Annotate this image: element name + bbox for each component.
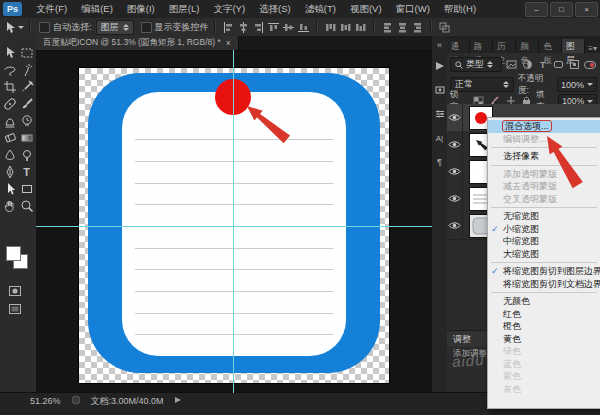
tool-preset-arrow-icon[interactable] xyxy=(18,26,24,29)
type-tool-icon[interactable]: T xyxy=(23,166,30,178)
menu-layer[interactable]: 图层(L) xyxy=(162,0,207,18)
menu-item-orange[interactable]: 橙色 xyxy=(488,320,600,333)
document-tab[interactable]: 百度贴吧ICON @ 51.3% (圆角矩形 1, RGB/8) * × xyxy=(36,36,239,50)
brush-tool-icon[interactable] xyxy=(20,97,34,111)
filter-adjustment-layers-icon[interactable] xyxy=(522,58,533,71)
tab-color[interactable]: 颜色 xyxy=(516,39,539,53)
menu-item-yellow[interactable]: 黄色 xyxy=(488,333,600,346)
distribute-vertical-centers-icon[interactable] xyxy=(339,21,352,34)
auto-align-layers-icon[interactable] xyxy=(438,21,451,34)
distribute-horizontal-centers-icon[interactable] xyxy=(396,21,409,34)
menu-edit[interactable]: 编辑(E) xyxy=(74,0,120,18)
align-left-edges-icon[interactable] xyxy=(222,21,235,34)
visibility-eye-icon[interactable] xyxy=(447,104,463,131)
align-vertical-centers-icon[interactable] xyxy=(282,21,295,34)
menu-help[interactable]: 帮助(H) xyxy=(437,0,483,18)
paragraph-panel-icon[interactable]: ¶ xyxy=(432,154,447,170)
horizontal-guide[interactable] xyxy=(36,226,432,227)
menu-item-no-color[interactable]: 无颜色 xyxy=(488,295,600,308)
clone-stamp-tool-icon[interactable] xyxy=(3,114,17,128)
menu-item-violet[interactable]: 紫色 xyxy=(488,370,600,383)
color-swatches[interactable] xyxy=(6,246,30,272)
gradient-tool-icon[interactable] xyxy=(20,131,34,145)
tab-layers[interactable]: 图层 xyxy=(562,39,585,53)
align-top-edges-icon[interactable] xyxy=(267,21,280,34)
align-right-edges-icon[interactable] xyxy=(252,21,265,34)
distribute-right-edges-icon[interactable] xyxy=(411,21,424,34)
menu-filter[interactable]: 滤镜(T) xyxy=(298,0,343,18)
layer-filter-kind-dropdown[interactable]: 类型 xyxy=(450,57,502,72)
screen-mode-icon[interactable] xyxy=(8,302,22,316)
menu-item-no-thumbnails[interactable]: 无缩览图 xyxy=(488,210,600,223)
show-transform-checkbox[interactable] xyxy=(141,22,152,33)
crop-tool-icon[interactable] xyxy=(3,80,17,94)
document-tab-close-icon[interactable]: × xyxy=(226,38,231,48)
quick-mask-icon[interactable] xyxy=(8,284,22,298)
menu-select[interactable]: 选择(S) xyxy=(252,0,298,18)
visibility-eye-icon[interactable] xyxy=(447,131,463,158)
menu-item-clip-thumbnails-to-layer-bounds[interactable]: ✓将缩览图剪切到图层边界 xyxy=(488,265,600,278)
eraser-tool-icon[interactable] xyxy=(3,131,17,145)
pasteboard[interactable] xyxy=(36,50,432,393)
panel-menu-icon[interactable]: ≡▾ xyxy=(585,44,600,53)
zoom-tool-icon[interactable] xyxy=(20,199,34,213)
dodge-tool-icon[interactable] xyxy=(20,148,34,162)
history-brush-tool-icon[interactable] xyxy=(20,114,34,128)
document-size-info[interactable]: 文档:3.00M/40.0M xyxy=(91,395,164,408)
menu-image[interactable]: 图像(I) xyxy=(120,0,162,18)
path-selection-tool-icon[interactable] xyxy=(3,182,17,196)
filter-smart-object-icon[interactable] xyxy=(569,58,580,71)
menu-window[interactable]: 窗口(W) xyxy=(389,0,437,18)
distribute-top-edges-icon[interactable] xyxy=(324,21,337,34)
menu-item-large-thumbnails[interactable]: 大缩览图 xyxy=(488,248,600,261)
tab-paths[interactable]: 路径 xyxy=(470,39,493,53)
menu-item-gray[interactable]: 灰色 xyxy=(488,383,600,396)
visibility-eye-icon[interactable] xyxy=(447,185,463,212)
visibility-eye-icon[interactable] xyxy=(447,212,463,239)
tab-history[interactable]: 历史 xyxy=(493,39,516,53)
blur-tool-icon[interactable] xyxy=(3,148,17,162)
filter-shape-layers-icon[interactable] xyxy=(553,58,564,71)
distribute-bottom-edges-icon[interactable] xyxy=(354,21,367,34)
minimize-button[interactable]: – xyxy=(525,2,548,17)
tab-swatches[interactable]: 色板 xyxy=(539,39,562,53)
visibility-eye-icon[interactable] xyxy=(447,158,463,185)
align-horizontal-centers-icon[interactable] xyxy=(237,21,250,34)
status-flyout-icon[interactable] xyxy=(174,396,182,406)
align-bottom-edges-icon[interactable] xyxy=(297,21,310,34)
filter-type-layers-icon[interactable]: T xyxy=(538,58,548,71)
auto-select-dropdown[interactable]: 图层 xyxy=(96,20,134,35)
menu-item-medium-thumbnails[interactable]: 中缩览图 xyxy=(488,235,600,248)
distribute-left-edges-icon[interactable] xyxy=(381,21,394,34)
pen-tool-icon[interactable] xyxy=(3,165,17,179)
menu-item-blue[interactable]: 蓝色 xyxy=(488,358,600,371)
close-button[interactable]: × xyxy=(575,2,598,17)
properties-panel-icon[interactable] xyxy=(432,58,447,74)
menu-item-red[interactable]: 红色 xyxy=(488,308,600,321)
zoom-level-value[interactable]: 51.26% xyxy=(30,396,61,406)
healing-brush-tool-icon[interactable] xyxy=(3,97,17,111)
vertical-guide[interactable] xyxy=(233,50,234,393)
menu-type[interactable]: 文字(Y) xyxy=(206,0,252,18)
info-panel-icon[interactable] xyxy=(432,82,447,98)
opacity-value[interactable]: 100% xyxy=(557,77,597,92)
move-tool-icon[interactable] xyxy=(3,46,17,60)
menu-item-green[interactable]: 绿色 xyxy=(488,345,600,358)
adjustments-panel-icon[interactable] xyxy=(432,106,447,122)
foreground-color-swatch[interactable] xyxy=(6,246,21,261)
expand-panels-icon[interactable]: « xyxy=(432,37,447,53)
marquee-tool-icon[interactable] xyxy=(20,46,34,60)
eyedropper-tool-icon[interactable] xyxy=(20,80,34,94)
hand-tool-icon[interactable] xyxy=(3,199,17,213)
lasso-tool-icon[interactable] xyxy=(3,63,17,77)
menu-item-clip-thumbnails-to-document-bounds[interactable]: 将缩览图剪切到文档边界 xyxy=(488,278,600,291)
filter-pixel-layers-icon[interactable] xyxy=(506,58,517,71)
menu-item-small-thumbnails[interactable]: ✓小缩览图 xyxy=(488,223,600,236)
auto-select-checkbox[interactable] xyxy=(39,22,50,33)
menu-file[interactable]: 文件(F) xyxy=(29,0,74,18)
filter-toggle-icon[interactable] xyxy=(584,58,596,71)
magic-wand-tool-icon[interactable] xyxy=(20,63,34,77)
maximize-button[interactable]: □ xyxy=(550,2,573,17)
character-panel-icon[interactable]: A| xyxy=(432,130,447,146)
tab-channels[interactable]: 通道 xyxy=(447,39,470,53)
